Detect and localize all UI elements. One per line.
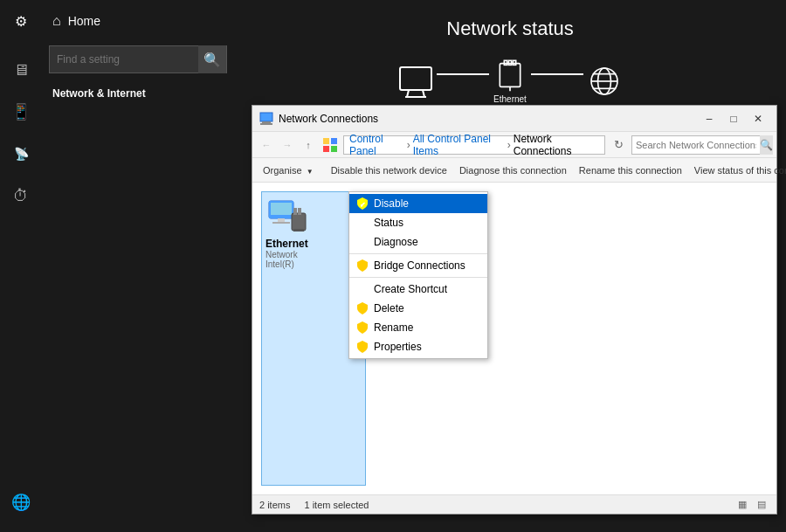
panel-header: ⌂ Home: [42, 0, 234, 42]
context-menu-rename[interactable]: Rename: [349, 318, 487, 337]
svg-rect-23: [271, 203, 292, 215]
svg-line-2: [423, 90, 424, 97]
svg-rect-19: [323, 146, 329, 152]
context-menu-properties[interactable]: Properties: [349, 337, 487, 356]
explorer-search[interactable]: 🔍: [631, 135, 771, 155]
properties-shield-icon: [356, 341, 369, 353]
title-bar-controls: – □ ✕: [698, 109, 769, 128]
network-status-title: Network status: [234, 0, 786, 49]
organise-button[interactable]: Organise ▼: [258, 163, 319, 177]
svg-rect-29: [293, 229, 304, 231]
context-menu-diagnose[interactable]: Diagnose: [349, 232, 487, 252]
svg-rect-26: [292, 213, 306, 231]
sidebar: ⚙ 🖥 📱 📡 ⏱ 🌐: [0, 0, 42, 532]
adapter-1-name: Ethernet: [265, 238, 308, 250]
status-right: ▦ ▤: [734, 497, 769, 513]
vpn-icon[interactable]: 📡: [0, 133, 42, 175]
context-menu-create-shortcut[interactable]: Create Shortcut: [349, 280, 487, 299]
svg-rect-14: [260, 113, 272, 121]
computer-diag-icon: [395, 64, 437, 99]
delete-label: Delete: [374, 302, 404, 314]
disable-network-device-button[interactable]: Disable this network device: [326, 163, 452, 177]
rename-shield-icon: [356, 321, 369, 334]
view-status-button[interactable]: View status of this connection: [689, 163, 786, 177]
svg-rect-16: [260, 123, 272, 125]
breadcrumb-control-panel[interactable]: Control Panel: [349, 133, 404, 157]
forward-button[interactable]: →: [279, 136, 296, 154]
context-separator-2: [349, 277, 487, 278]
context-menu-disable[interactable]: ✓ Disable: [349, 194, 487, 213]
rename-connection-button[interactable]: Rename this connection: [574, 163, 687, 177]
context-menu-delete[interactable]: Delete: [349, 299, 487, 318]
close-button[interactable]: ✕: [747, 109, 769, 128]
context-menu-status[interactable]: Status: [349, 213, 487, 232]
context-separator-1: [349, 253, 487, 254]
adapter-1-line2: Intel(R): [265, 259, 308, 269]
ethernet-label: Ethernet: [493, 94, 527, 104]
organise-dropdown-icon: ▼: [307, 168, 314, 176]
diag-line-1: [437, 73, 489, 75]
up-button[interactable]: ↑: [300, 136, 317, 154]
settings-search[interactable]: 🔍: [49, 45, 227, 73]
ethernet-diag-icon: Ethernet: [489, 58, 531, 104]
globe-icon[interactable]: 🌐: [0, 481, 42, 523]
search-input[interactable]: [50, 53, 198, 66]
svg-line-1: [407, 90, 409, 97]
home-icon: ⌂: [52, 13, 61, 29]
context-menu: ✓ Disable Status Diagnose: [348, 191, 488, 359]
svg-text:✓: ✓: [360, 201, 366, 209]
svg-rect-17: [323, 138, 329, 144]
ethernet-1-icon: [265, 196, 307, 238]
status-bar: 2 items 1 item selected ▦ ▤: [252, 494, 776, 514]
svg-rect-15: [262, 121, 271, 123]
panel-title: Home: [68, 14, 100, 28]
breadcrumb-current: Network Connections: [514, 133, 599, 157]
left-panel: ⌂ Home 🔍 Network & Internet: [42, 0, 234, 532]
settings-icon[interactable]: ⚙: [0, 0, 42, 42]
nav-section-label: Network & Internet: [42, 77, 234, 103]
address-bar: ← → ↑ Control Panel › All Control Panel …: [252, 132, 776, 158]
rename-label: Rename: [374, 321, 413, 334]
disable-shield-icon: ✓: [356, 197, 369, 210]
status-view-small[interactable]: ▤: [754, 497, 769, 513]
explorer-search-icon[interactable]: 🔍: [760, 135, 773, 155]
explorer-search-input[interactable]: [632, 140, 760, 150]
window-icon: [259, 112, 273, 126]
items-count: 2 items: [259, 500, 290, 510]
maximize-button[interactable]: □: [722, 109, 745, 128]
svg-rect-28: [298, 208, 301, 215]
diagnose-connection-button[interactable]: Diagnose this connection: [454, 163, 572, 177]
minimize-button[interactable]: –: [698, 109, 720, 128]
refresh-button[interactable]: ↻: [609, 135, 628, 155]
delete-shield-icon: [356, 302, 369, 314]
svg-rect-18: [331, 138, 337, 144]
adapter-1-icon-row: [265, 196, 307, 238]
main-content: Network status Ethernet: [234, 0, 786, 532]
toolbar: Organise ▼ Disable this network device D…: [252, 158, 776, 183]
adapter-1-line1: Network: [265, 250, 308, 259]
svg-rect-25: [272, 222, 290, 224]
back-button[interactable]: ←: [258, 136, 275, 154]
svg-rect-0: [400, 67, 431, 90]
context-menu-bridge[interactable]: Bridge Connections: [349, 256, 487, 275]
create-shortcut-label: Create Shortcut: [374, 283, 447, 295]
phone-icon[interactable]: 📱: [0, 91, 42, 133]
search-button[interactable]: 🔍: [198, 45, 226, 73]
bridge-shield-icon: [356, 259, 369, 272]
title-bar: Network Connections – □ ✕: [252, 106, 776, 132]
diag-line-2: [531, 73, 583, 75]
breadcrumb[interactable]: Control Panel › All Control Panel Items …: [343, 135, 605, 155]
network-connections-window: Network Connections – □ ✕ ← → ↑ Contr: [252, 105, 777, 515]
monitor-icon[interactable]: 🖥: [0, 49, 42, 91]
clock-icon[interactable]: ⏱: [0, 175, 42, 217]
svg-rect-24: [278, 218, 285, 222]
status-view-large[interactable]: ▦: [734, 497, 750, 513]
adapter-1-info: Ethernet Network Intel(R): [265, 238, 308, 269]
window-title: Network Connections: [279, 113, 698, 125]
properties-label: Properties: [374, 341, 422, 353]
svg-rect-27: [293, 208, 297, 215]
disable-label: Disable: [374, 197, 409, 210]
svg-rect-20: [331, 146, 337, 152]
breadcrumb-all-items[interactable]: All Control Panel Items: [413, 133, 505, 157]
svg-rect-4: [500, 64, 520, 87]
